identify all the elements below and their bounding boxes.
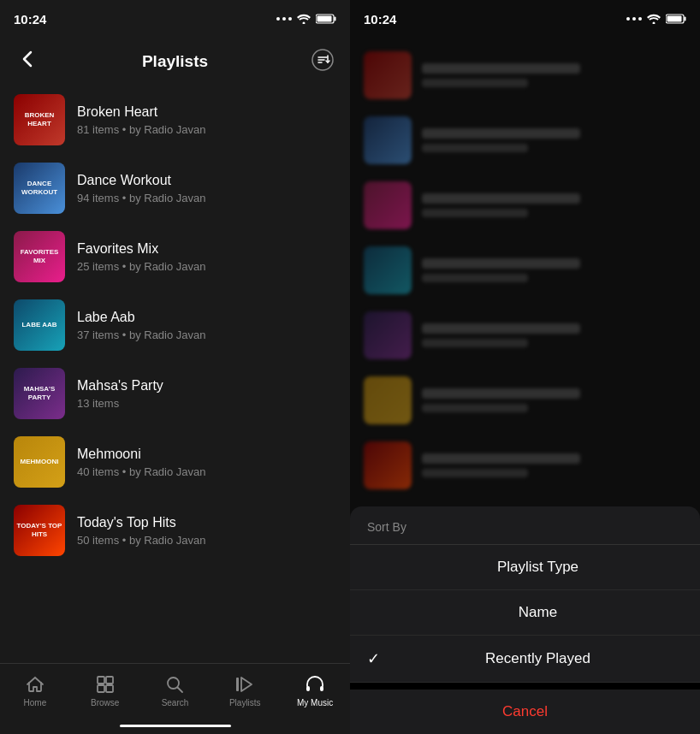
playlist-name-todays-top-hits: Today's Top Hits	[77, 515, 336, 530]
playlist-item-labe-aab[interactable]: Labe AabLabe Aab37 items • by Radio Java…	[0, 291, 350, 359]
sort-sheet: Sort By Playlist Type Name ✓ Recently Pl…	[350, 506, 700, 734]
playlist-thumb-mehmooni: Mehmooni	[14, 436, 65, 488]
header: Playlists	[0, 38, 350, 86]
playlist-item-favorites-mix[interactable]: Favorites MixFavorites Mix25 items • by …	[0, 222, 350, 291]
playlist-thumb-label-mehmooni: Mehmooni	[19, 456, 61, 468]
bg-lines-3	[422, 193, 686, 217]
playlist-meta-dance-workout: 94 items • by Radio Javan	[77, 192, 336, 204]
search-icon	[164, 674, 185, 695]
playlist-item-dance-workout[interactable]: Dance WorkoutDance Workout94 items • by …	[0, 154, 350, 222]
playlist-item-todays-top-hits[interactable]: Today's Top HitsToday's Top Hits50 items…	[0, 496, 350, 565]
playlist-thumb-label-labe-aab: Labe Aab	[20, 319, 58, 331]
sort-option-name[interactable]: Name	[350, 590, 700, 636]
nav-item-browse[interactable]: Browse	[70, 671, 140, 707]
nav-indicator	[120, 725, 231, 727]
playlist-info-mehmooni: Mehmooni40 items • by Radio Javan	[77, 447, 336, 478]
sort-by-label: Sort By	[350, 506, 700, 545]
nav-item-home[interactable]: Home	[0, 671, 70, 707]
status-bar-right: 10:24	[350, 0, 700, 38]
right-panel: 10:24	[350, 0, 700, 734]
left-panel: 10:24 Playlists	[0, 0, 350, 734]
back-button[interactable]	[14, 50, 41, 73]
playlist-meta-labe-aab: 37 items • by Radio Javan	[77, 329, 336, 341]
playlist-name-mehmooni: Mehmooni	[77, 447, 336, 462]
status-bar-left: 10:24	[0, 0, 350, 38]
playlist-thumb-todays-top-hits: Today's Top Hits	[14, 505, 65, 556]
playlist-info-favorites-mix: Favorites Mix25 items • by Radio Javan	[77, 241, 336, 273]
svg-rect-8	[106, 685, 113, 692]
status-time-left: 10:24	[14, 12, 46, 27]
bg-thumb-6	[364, 376, 412, 424]
playlist-meta-mahsas-party: 13 items	[77, 397, 336, 410]
playlist-info-dance-workout: Dance Workout94 items • by Radio Javan	[77, 173, 336, 204]
playlist-meta-mehmooni: 40 items • by Radio Javan	[77, 465, 336, 478]
svg-point-0	[303, 22, 306, 25]
playlist-thumb-label-todays-top-hits: Today's Top Hits	[14, 520, 65, 540]
svg-rect-17	[667, 16, 682, 22]
bg-lines-7	[422, 453, 686, 477]
status-time-right: 10:24	[364, 12, 396, 27]
svg-point-14	[653, 22, 656, 25]
bg-item-7	[364, 435, 686, 496]
playlist-item-mahsas-party[interactable]: Mahsa's PartyMahsa's Party13 items	[0, 359, 350, 428]
svg-rect-16	[685, 17, 686, 21]
playlist-thumb-favorites-mix: Favorites Mix	[14, 231, 65, 282]
playlist-thumb-mahsas-party: Mahsa's Party	[14, 368, 65, 419]
bg-lines-6	[422, 388, 686, 412]
bg-lines-1	[422, 63, 686, 87]
nav-item-playlists[interactable]: Playlists	[210, 671, 280, 707]
sort-option-playlist-type[interactable]: Playlist Type	[350, 545, 700, 590]
playlist-info-broken-heart: Broken Heart81 items • by Radio Javan	[77, 104, 336, 136]
sort-check-recently-played: ✓	[367, 649, 393, 668]
svg-rect-12	[306, 686, 310, 691]
sort-cancel-button[interactable]: Cancel	[350, 683, 700, 734]
playlist-info-mahsas-party: Mahsa's Party13 items	[77, 378, 336, 410]
sort-option-recently-played[interactable]: ✓ Recently Played	[350, 636, 700, 683]
bg-item-5	[364, 305, 686, 366]
svg-rect-7	[98, 685, 104, 692]
nav-label-browse: Browse	[91, 698, 119, 707]
playlist-thumb-label-favorites-mix: Favorites Mix	[14, 246, 65, 266]
bg-item-4	[364, 240, 686, 301]
sort-icon-button[interactable]	[309, 49, 336, 74]
bg-thumb-3	[364, 181, 412, 229]
playlist-name-mahsas-party: Mahsa's Party	[77, 378, 336, 394]
svg-rect-6	[106, 677, 113, 684]
playlist-item-broken-heart[interactable]: Broken HeartBroken Heart81 items • by Ra…	[0, 86, 350, 154]
playlist-name-labe-aab: Labe Aab	[77, 310, 336, 325]
nav-item-search[interactable]: Search	[140, 671, 211, 707]
nav-label-my-music: My Music	[297, 698, 333, 707]
sort-cancel-label: Cancel	[367, 703, 683, 720]
playlist-item-mehmooni[interactable]: MehmooniMehmooni40 items • by Radio Java…	[0, 428, 350, 496]
nav-label-search: Search	[162, 698, 189, 707]
svg-marker-10	[241, 678, 252, 691]
playlists-icon	[234, 674, 255, 695]
battery-icon-right	[666, 14, 686, 24]
home-icon	[25, 674, 45, 695]
nav-label-home: Home	[24, 698, 47, 707]
playlist-thumb-dance-workout: Dance Workout	[14, 163, 65, 214]
wifi-icon-right	[647, 14, 661, 24]
page-title: Playlists	[41, 52, 309, 71]
sort-label-name: Name	[393, 604, 683, 621]
sort-label-recently-played: Recently Played	[393, 650, 683, 667]
status-icons-right	[626, 14, 686, 24]
bg-thumb-2	[364, 116, 412, 164]
browse-icon	[95, 674, 116, 695]
playlist-meta-broken-heart: 81 items • by Radio Javan	[77, 123, 336, 136]
signal-icon	[276, 17, 292, 21]
playlist-list: Broken HeartBroken Heart81 items • by Ra…	[0, 86, 350, 663]
battery-icon	[316, 14, 336, 24]
bg-lines-4	[422, 258, 686, 282]
nav-label-playlists: Playlists	[229, 698, 261, 707]
playlist-thumb-labe-aab: Labe Aab	[14, 299, 65, 351]
nav-item-my-music[interactable]: My Music	[280, 671, 350, 707]
playlist-thumb-broken-heart: Broken Heart	[14, 94, 65, 145]
playlist-name-dance-workout: Dance Workout	[77, 173, 336, 188]
bg-thumb-1	[364, 51, 412, 99]
bg-item-3	[364, 175, 686, 236]
bg-lines-2	[422, 128, 686, 152]
bg-thumb-5	[364, 311, 412, 359]
playlist-thumb-label-mahsas-party: Mahsa's Party	[14, 383, 65, 403]
playlist-thumb-label-dance-workout: Dance Workout	[14, 178, 65, 198]
